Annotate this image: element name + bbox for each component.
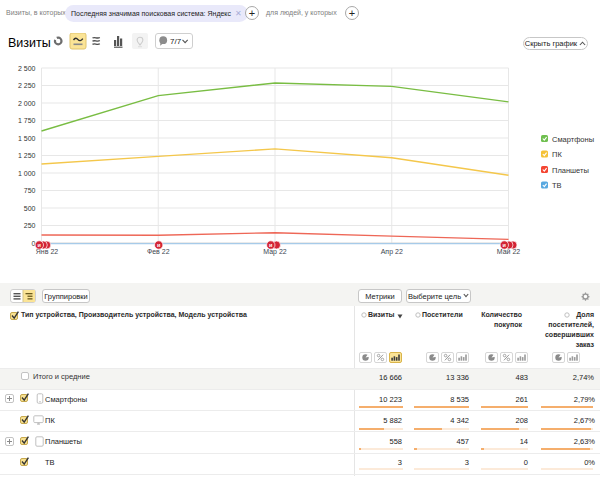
svg-text:Планшеты: Планшеты	[552, 166, 589, 175]
svg-text:750: 750	[24, 187, 36, 194]
svg-text:и: и	[38, 242, 41, 248]
svg-text:1 500: 1 500	[18, 135, 36, 142]
svg-text:2 000: 2 000	[18, 100, 36, 107]
svg-text:2 250: 2 250	[18, 82, 36, 89]
svg-text:1 000: 1 000	[18, 170, 36, 177]
svg-text:7/7: 7/7	[170, 37, 182, 46]
svg-text:2 500: 2 500	[18, 65, 36, 72]
svg-text:1 250: 1 250	[18, 152, 36, 159]
svg-text:ТВ: ТВ	[552, 181, 562, 190]
svg-text:250: 250	[24, 222, 36, 229]
svg-text:Смартфоны: Смартфоны	[552, 135, 594, 144]
svg-text:и: и	[157, 242, 160, 248]
svg-text:1 750: 1 750	[18, 117, 36, 124]
svg-text:ПК: ПК	[552, 150, 562, 159]
svg-text:и: и	[269, 242, 272, 248]
svg-text:Апр 22: Апр 22	[381, 248, 403, 256]
svg-text:и: и	[503, 242, 506, 248]
svg-text:500: 500	[24, 205, 36, 212]
svg-text:Мар 22: Мар 22	[263, 248, 287, 256]
